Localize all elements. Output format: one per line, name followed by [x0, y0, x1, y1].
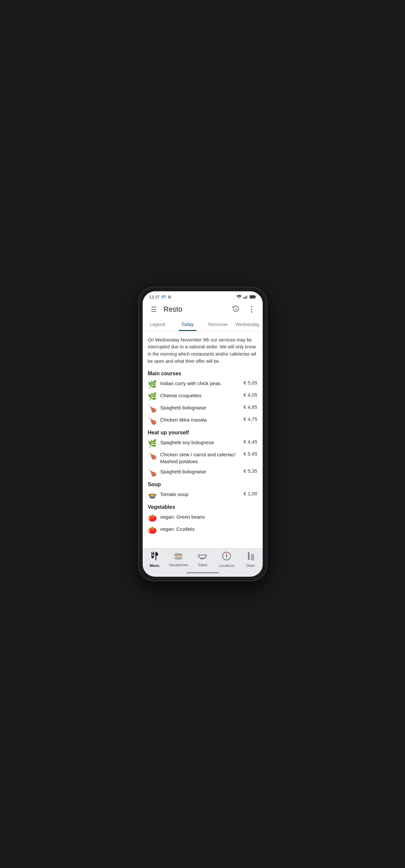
- svg-rect-20: [200, 558, 204, 559]
- svg-rect-1: [243, 298, 244, 299]
- svg-rect-16: [174, 555, 183, 556]
- list-item: 🍅 vegan: Green beans: [148, 514, 257, 522]
- svg-rect-11: [152, 552, 153, 556]
- food-icon: 🍗: [148, 468, 157, 477]
- svg-point-8: [251, 306, 252, 307]
- section-soup: Soup 🍲 Tomato soup € 1,00: [148, 482, 257, 500]
- locations-nav-icon: [222, 552, 231, 562]
- item-name: Spaghetti bolognaise: [160, 468, 238, 475]
- tab-wednesday[interactable]: Wednesday: [232, 318, 263, 331]
- food-icon: 🌿: [148, 392, 157, 401]
- phone-frame: 13:37 🪪 ⚙: [139, 287, 267, 581]
- section-title-soup: Soup: [148, 482, 257, 488]
- item-name: Chicken tikka masala: [160, 416, 238, 423]
- svg-rect-7: [255, 296, 255, 298]
- food-icon: 🍅: [148, 514, 157, 522]
- nav-item-menu[interactable]: Menu: [145, 552, 164, 567]
- signal-icon: [243, 295, 248, 299]
- item-name: Chicken stew / carrot and celeriac/ Mash…: [160, 451, 238, 465]
- bottom-nav: Menu Sandwiches: [143, 548, 263, 570]
- nav-item-salad[interactable]: Salad: [192, 552, 212, 567]
- svg-rect-26: [248, 552, 249, 553]
- section-title-vegetables: Vegetables: [148, 504, 257, 510]
- list-item: 🍗 Spaghetti bolognaise € 4,85: [148, 404, 257, 413]
- home-indicator: [143, 570, 263, 577]
- item-name: vegan: Crudités: [160, 526, 252, 532]
- list-item: 🍗 Chicken tikka masala € 4,75: [148, 416, 257, 425]
- nav-label-sandwiches: Sandwiches: [169, 563, 188, 567]
- status-bar: 13:37 🪪 ⚙: [143, 291, 263, 301]
- wifi-icon: [237, 295, 242, 299]
- nav-label-menu: Menu: [150, 564, 159, 567]
- sim-icon: 🪪: [161, 294, 166, 300]
- home-bar: [186, 572, 219, 574]
- notice-text: On Wednesday November 9th our services m…: [148, 337, 257, 365]
- svg-point-10: [251, 311, 252, 313]
- item-name: Spaghetti soy bolognese: [160, 439, 238, 446]
- food-icon: 🌿: [148, 439, 157, 448]
- more-options-button[interactable]: [246, 304, 257, 315]
- item-price: € 4,85: [244, 404, 257, 410]
- svg-point-0: [239, 298, 239, 299]
- section-title-main-courses: Main courses: [148, 371, 257, 377]
- item-name: Spaghetti bolognaise: [160, 404, 238, 411]
- item-name: vegan: Green beans: [160, 514, 252, 520]
- nav-item-sandwiches[interactable]: Sandwiches: [168, 552, 188, 567]
- nav-label-locations: Locations: [219, 564, 234, 567]
- item-name: Indian curry with chick peas: [160, 380, 238, 387]
- item-price: € 5,35: [244, 468, 257, 474]
- item-price: € 4,75: [244, 416, 257, 422]
- tab-legend[interactable]: Legend: [143, 318, 173, 331]
- svg-rect-2: [244, 297, 245, 299]
- food-icon: 🍗: [148, 452, 157, 460]
- list-item: 🌿 Indian curry with chick peas € 5,05: [148, 380, 257, 389]
- nav-item-locations[interactable]: Locations: [217, 552, 237, 567]
- tab-tomorrow[interactable]: Tomorrow: [202, 318, 233, 331]
- list-item: 🌿 Cheese croquettes € 4,05: [148, 392, 257, 401]
- food-icon: 🍅: [148, 526, 157, 534]
- svg-rect-3: [246, 296, 246, 299]
- food-icon: 🌿: [148, 380, 157, 389]
- item-price: € 4,45: [244, 439, 257, 444]
- item-name: Tomato soup: [160, 491, 238, 498]
- list-item: 🌿 Spaghetti soy bolognese € 4,45: [148, 439, 257, 448]
- salad-nav-icon: [198, 552, 207, 562]
- list-item: 🍅 vegan: Crudités: [148, 526, 257, 534]
- other-nav-icon: [246, 552, 255, 562]
- top-bar: ☰ Resto: [143, 301, 263, 318]
- food-icon: 🍲: [148, 491, 157, 500]
- list-item: 🍲 Tomato soup € 1,00: [148, 491, 257, 500]
- phone-screen: 13:37 🪪 ⚙: [143, 291, 263, 577]
- item-price: € 1,00: [244, 491, 257, 496]
- tab-bar: Legend Today Tomorrow Wednesday: [143, 318, 263, 331]
- section-title-heat-up: Heat up yourself: [148, 430, 257, 436]
- sandwiches-nav-icon: [174, 552, 183, 562]
- food-icon: 🍗: [148, 416, 157, 425]
- svg-rect-6: [250, 296, 255, 298]
- list-item: 🍗 Spaghetti bolognaise € 5,35: [148, 468, 257, 477]
- section-main-courses: Main courses 🌿 Indian curry with chick p…: [148, 371, 257, 425]
- svg-rect-4: [247, 295, 248, 299]
- item-price: € 5,05: [244, 380, 257, 385]
- battery-icon: [250, 295, 256, 299]
- section-vegetables: Vegetables 🍅 vegan: Green beans 🍅 vegan:…: [148, 504, 257, 534]
- svg-point-9: [251, 309, 252, 310]
- nav-label-other: Other: [246, 564, 255, 567]
- svg-point-15: [174, 553, 183, 556]
- item-name: Cheese croquettes: [160, 392, 238, 399]
- food-icon: 🍗: [148, 404, 157, 413]
- nav-label-salad: Salad: [198, 563, 207, 567]
- list-item: 🍗 Chicken stew / carrot and celeriac/ Ma…: [148, 451, 257, 465]
- settings-status-icon: ⚙: [167, 294, 172, 300]
- tab-today[interactable]: Today: [173, 318, 202, 331]
- history-button[interactable]: [230, 304, 242, 315]
- main-content: On Wednesday November 9th our services m…: [143, 331, 263, 549]
- svg-rect-28: [251, 558, 254, 558]
- svg-point-18: [174, 557, 183, 560]
- section-heat-up: Heat up yourself 🌿 Spaghetti soy bologne…: [148, 430, 257, 477]
- status-time: 13:37: [149, 294, 160, 300]
- nav-item-other[interactable]: Other: [241, 552, 260, 567]
- app-title: Resto: [164, 305, 226, 314]
- hamburger-menu-button[interactable]: ☰: [148, 304, 160, 315]
- item-price: € 5,45: [244, 451, 257, 457]
